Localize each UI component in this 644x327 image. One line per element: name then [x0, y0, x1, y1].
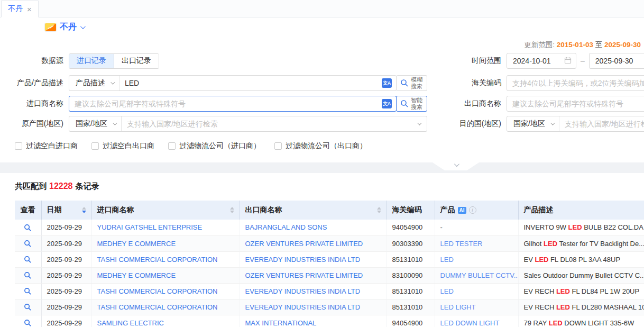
- update-range-label: 更新范围:: [524, 41, 555, 49]
- date-from-field[interactable]: [507, 53, 576, 69]
- tab-label: 不丹: [8, 4, 23, 14]
- exporter-link[interactable]: MAX INTERNATIONAL: [245, 319, 317, 327]
- fuzzy-search-button[interactable]: 模糊搜索: [396, 75, 427, 91]
- filter-checkbox[interactable]: 过滤空白进口商: [15, 141, 78, 151]
- exporter-link[interactable]: OZER VENTURES PRIVATE LIMITED: [245, 240, 363, 248]
- cell-product-description: 79 RAY LED DOWN LIGHT 335-6W: [518, 315, 644, 327]
- page-background-band: [0, 162, 644, 173]
- chevron-down-icon[interactable]: [80, 24, 86, 29]
- chevron-down-icon: [113, 121, 117, 125]
- product-input[interactable]: [119, 76, 382, 90]
- checkbox-unchecked-icon[interactable]: [15, 142, 22, 150]
- chevron-down-icon: [550, 121, 555, 125]
- column-header-1[interactable]: 日期: [41, 201, 91, 220]
- product-link[interactable]: LED LIGHT: [440, 303, 476, 311]
- cell-product-description: Gilhot LED Tester for TV Backlight De...: [518, 235, 644, 251]
- cell-hs-code: 94054900: [387, 315, 435, 327]
- date-to-field[interactable]: [589, 53, 644, 69]
- cell-product-description: INVERTO 9W LED BULB B22 COL.DA ...: [518, 220, 644, 235]
- results-panel: 共匹配到12228条记录 查看日期进口商名称出口商名称海关编码产品AIi产品描述…: [0, 173, 644, 327]
- info-icon[interactable]: i: [469, 206, 476, 214]
- view-detail-button[interactable]: [24, 271, 32, 279]
- view-detail-button[interactable]: [24, 319, 32, 327]
- exporter-link[interactable]: OZER VENTURES PRIVATE LIMITED: [245, 271, 363, 279]
- data-source-label: 数据源: [0, 56, 69, 66]
- cell-product-description: EV RECH LED FL DL84 PL 1W 20UP: [518, 283, 644, 299]
- product-link[interactable]: LED: [440, 256, 454, 264]
- chevron-down-icon: [454, 161, 459, 167]
- translate-icon[interactable]: 文A: [382, 78, 392, 88]
- result-count-number: 12228: [49, 181, 73, 190]
- highlight-keyword: LED: [568, 223, 582, 231]
- smart-search-button[interactable]: 智能搜索: [396, 96, 427, 112]
- importer-input[interactable]: [69, 96, 382, 111]
- sort-icon[interactable]: [377, 207, 381, 213]
- importer-label: 进口商名称: [0, 99, 69, 108]
- update-range-from: 2015-01-03: [557, 41, 593, 49]
- magnifier-icon: [24, 271, 32, 279]
- importer-link[interactable]: MEDHEY E COMMERCE: [97, 271, 176, 279]
- exporter-link[interactable]: EVEREADY INDUSTRIES INDIA LTD: [245, 256, 361, 264]
- view-detail-button[interactable]: [24, 287, 32, 295]
- magnifier-icon: [24, 319, 32, 327]
- column-header-5: 产品AIi: [435, 201, 518, 220]
- filter-checkbox[interactable]: 过滤空白出口商: [91, 141, 154, 151]
- table-row: 2025-09-29MEDHEY E COMMERCEOZER VENTURES…: [15, 235, 644, 251]
- toggle-import-records[interactable]: 进口记录: [69, 54, 114, 68]
- checkbox-label: 过滤空白进口商: [26, 141, 78, 151]
- importer-link[interactable]: YUDRAI GATSHEL ENTERPRISE: [97, 223, 203, 231]
- table-row: 2025-09-29TASHI COMMERCIAL CORPORATIONEV…: [15, 299, 644, 315]
- product-link[interactable]: LED DOWN LIGHT: [440, 319, 500, 327]
- exporter-field[interactable]: [507, 96, 644, 112]
- calendar-icon[interactable]: [564, 57, 572, 66]
- importer-link[interactable]: SAMLING ELECTRIC: [97, 319, 164, 327]
- sort-icon[interactable]: [230, 207, 234, 213]
- exporter-input[interactable]: [507, 96, 644, 111]
- checkbox-unchecked-icon[interactable]: [91, 142, 99, 150]
- filter-checkbox[interactable]: 过滤物流公司（进口商）: [168, 141, 261, 151]
- view-detail-button[interactable]: [24, 256, 32, 264]
- highlight-keyword: LED: [556, 287, 570, 295]
- exporter-link[interactable]: EVEREADY INDUSTRIES INDIA LTD: [245, 287, 361, 295]
- toggle-export-records[interactable]: 出口记录: [114, 54, 159, 68]
- origin-country-input[interactable]: [122, 116, 417, 131]
- importer-link[interactable]: MEDHEY E COMMERCE: [97, 240, 176, 248]
- results-table: 查看日期进口商名称出口商名称海关编码产品AIi产品描述 2025-09-29YU…: [15, 201, 644, 327]
- exporter-link[interactable]: EVEREADY INDUSTRIES INDIA LTD: [245, 303, 361, 311]
- column-header-2[interactable]: 进口商名称: [91, 201, 240, 220]
- translate-icon[interactable]: 文A: [382, 99, 392, 108]
- cell-date: 2025-09-29: [41, 267, 91, 283]
- checkbox-unchecked-icon[interactable]: [274, 142, 282, 150]
- tab-bhutan[interactable]: 不丹 ×: [1, 1, 39, 17]
- sort-icon[interactable]: [82, 207, 86, 213]
- view-detail-button[interactable]: [24, 303, 32, 311]
- date-to-input[interactable]: [590, 57, 637, 65]
- hs-code-field[interactable]: [507, 75, 644, 91]
- highlight-keyword: LED: [556, 303, 570, 311]
- page-header: 不丹: [0, 17, 644, 37]
- checkbox-unchecked-icon[interactable]: [168, 142, 176, 150]
- importer-link[interactable]: TASHI COMMERCIAL CORPORATION: [97, 256, 218, 264]
- origin-country-select[interactable]: 国家/地区: [69, 116, 122, 131]
- destination-country-input[interactable]: [559, 116, 644, 131]
- product-link[interactable]: LED TESTER: [440, 240, 483, 248]
- column-label: 出口商名称: [245, 205, 282, 215]
- view-detail-button[interactable]: [24, 240, 32, 248]
- importer-link[interactable]: TASHI COMMERCIAL CORPORATION: [97, 303, 218, 311]
- exporter-link[interactable]: BAJRANGLAL AND SONS: [245, 223, 327, 231]
- close-icon[interactable]: ×: [27, 5, 32, 13]
- destination-country-field: 国家/地区: [507, 116, 644, 132]
- product-link[interactable]: DUMMY BULLET CCTV...: [440, 271, 519, 279]
- importer-link[interactable]: TASHI COMMERCIAL CORPORATION: [97, 287, 218, 295]
- chevron-down-icon[interactable]: [417, 121, 421, 125]
- hs-code-input[interactable]: [507, 76, 644, 90]
- cell-product-description: Sales Outdoor Dummy Bullet CCTV C...: [518, 267, 644, 283]
- view-detail-button[interactable]: [24, 224, 32, 232]
- filter-checkbox[interactable]: 过滤物流公司（出口商）: [274, 141, 367, 151]
- column-header-3[interactable]: 出口商名称: [240, 201, 387, 220]
- product-link[interactable]: LED: [440, 287, 454, 295]
- date-from-input[interactable]: [507, 57, 555, 65]
- page-title: 不丹: [60, 22, 77, 33]
- destination-country-select[interactable]: 国家/地区: [507, 116, 559, 131]
- product-type-select[interactable]: 产品描述: [69, 76, 119, 90]
